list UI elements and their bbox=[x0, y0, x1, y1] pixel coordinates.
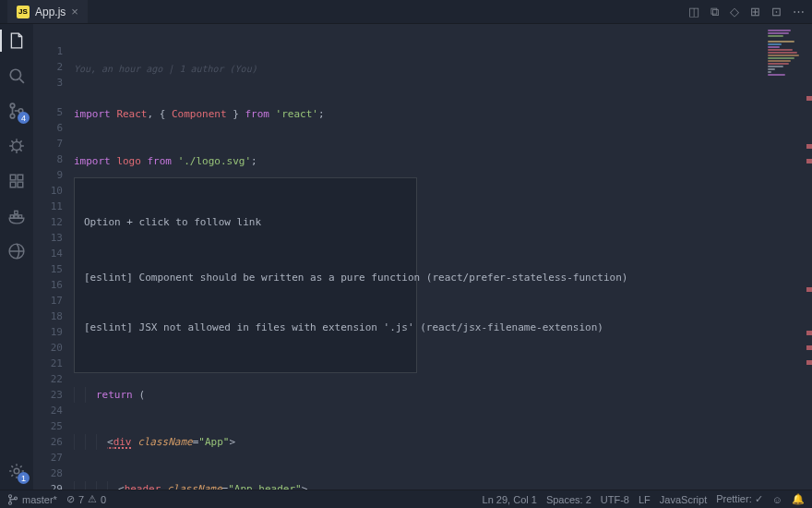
hover-tooltip: Option + click to follow link [eslint] C… bbox=[74, 177, 417, 373]
debug-icon[interactable] bbox=[6, 135, 28, 157]
remote-icon[interactable] bbox=[6, 240, 28, 262]
layout-icon[interactable]: ⊡ bbox=[771, 5, 782, 18]
svg-point-16 bbox=[9, 502, 12, 504]
gutter: 123 567891011121314151617181920212223242… bbox=[33, 24, 74, 490]
activity-bar: 4 1 bbox=[0, 24, 33, 490]
svg-rect-6 bbox=[18, 175, 23, 180]
status-language[interactable]: JavaScript bbox=[660, 494, 707, 505]
docker-icon[interactable] bbox=[6, 205, 28, 227]
open-preview-icon[interactable]: ⧉ bbox=[710, 5, 719, 19]
editor[interactable]: 123 567891011121314151617181920212223242… bbox=[33, 24, 812, 490]
status-spaces[interactable]: Spaces: 2 bbox=[546, 494, 591, 505]
diff-icon[interactable]: ◇ bbox=[730, 5, 739, 18]
title-actions: ◫ ⧉ ◇ ⊞ ⊡ ⋯ bbox=[688, 5, 805, 19]
status-problems[interactable]: ⊘7 ⚠0 bbox=[66, 493, 106, 505]
hover-hint: Option + click to follow link bbox=[84, 215, 407, 230]
split-editor-icon[interactable]: ⊞ bbox=[750, 5, 760, 18]
tab-title: App.js bbox=[35, 6, 66, 18]
close-icon[interactable]: × bbox=[71, 5, 78, 18]
status-bar: master* ⊘7 ⚠0 Ln 29, Col 1 Spaces: 2 UTF… bbox=[0, 490, 812, 508]
scm-badge: 4 bbox=[18, 112, 30, 124]
files-icon[interactable] bbox=[6, 30, 28, 52]
eslint-message: [eslint] Component should be written as … bbox=[84, 271, 407, 285]
error-icon: ⊘ bbox=[66, 493, 75, 505]
status-position[interactable]: Ln 29, Col 1 bbox=[483, 494, 537, 505]
bell-icon[interactable]: 🔔 bbox=[792, 493, 805, 505]
svg-rect-5 bbox=[10, 175, 16, 180]
titlebar: JS App.js × ◫ ⧉ ◇ ⊞ ⊡ ⋯ bbox=[0, 0, 812, 24]
svg-point-1 bbox=[10, 103, 15, 108]
settings-badge: 1 bbox=[18, 472, 30, 484]
more-icon[interactable]: ⋯ bbox=[793, 5, 805, 18]
code-content[interactable]: You, an hour ago | 1 author (You) import… bbox=[74, 24, 812, 490]
eslint-message: [eslint] JSX not allowed in files with e… bbox=[84, 321, 407, 335]
search-icon[interactable] bbox=[6, 65, 28, 87]
status-eol[interactable]: LF bbox=[639, 494, 651, 505]
source-control-icon[interactable]: 4 bbox=[6, 100, 28, 122]
warning-icon: ⚠ bbox=[88, 493, 97, 505]
svg-rect-7 bbox=[10, 182, 16, 187]
svg-rect-8 bbox=[18, 182, 23, 187]
compare-icon[interactable]: ◫ bbox=[688, 5, 699, 18]
status-branch[interactable]: master* bbox=[7, 494, 57, 505]
svg-point-15 bbox=[9, 494, 12, 497]
svg-point-2 bbox=[10, 114, 15, 118]
js-file-icon: JS bbox=[17, 6, 30, 18]
status-encoding[interactable]: UTF-8 bbox=[601, 494, 629, 505]
svg-point-0 bbox=[10, 69, 20, 79]
overview-ruler[interactable] bbox=[803, 24, 812, 490]
status-prettier[interactable]: Prettier: ✓ bbox=[716, 493, 763, 505]
tabs: JS App.js × bbox=[7, 0, 88, 23]
git-blame-annotation: You, an hour ago | 1 author (You) bbox=[74, 61, 812, 75]
settings-icon[interactable]: 1 bbox=[6, 460, 28, 482]
svg-point-4 bbox=[13, 142, 21, 151]
extensions-icon[interactable] bbox=[6, 170, 28, 192]
svg-rect-12 bbox=[15, 211, 18, 213]
feedback-icon[interactable]: ☺ bbox=[772, 494, 782, 505]
tab-app-js[interactable]: JS App.js × bbox=[7, 0, 88, 23]
